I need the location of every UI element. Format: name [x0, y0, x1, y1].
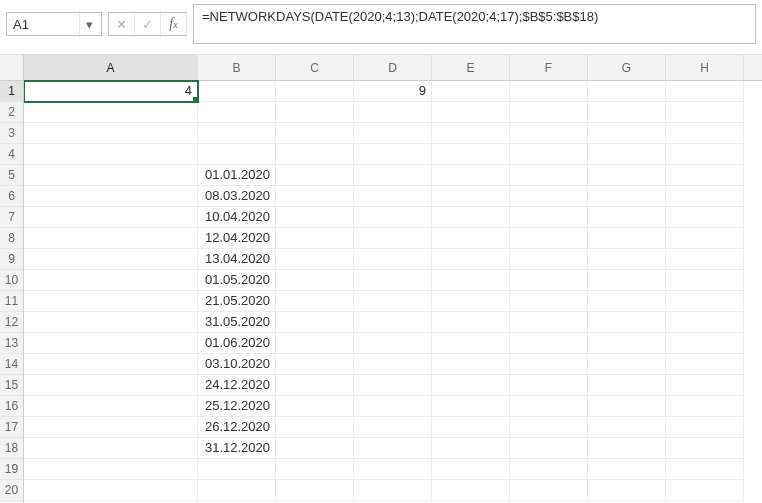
cell-b20[interactable] [198, 480, 276, 501]
cell-h4[interactable] [666, 144, 744, 165]
cell-c5[interactable] [276, 165, 354, 186]
cell-f1[interactable] [510, 81, 588, 102]
cell-d19[interactable] [354, 459, 432, 480]
cell-c6[interactable] [276, 186, 354, 207]
cell-f20[interactable] [510, 480, 588, 501]
cell-f10[interactable] [510, 270, 588, 291]
cell-g19[interactable] [588, 459, 666, 480]
name-box-dropdown[interactable]: ▾ [79, 13, 99, 35]
cell-h10[interactable] [666, 270, 744, 291]
cell-b17[interactable]: 26.12.2020 [198, 417, 276, 438]
cell-e12[interactable] [432, 312, 510, 333]
cell-c17[interactable] [276, 417, 354, 438]
cell-a11[interactable] [24, 291, 198, 312]
cell-g18[interactable] [588, 438, 666, 459]
cell-d17[interactable] [354, 417, 432, 438]
cell-h15[interactable] [666, 375, 744, 396]
cell-a2[interactable] [24, 102, 198, 123]
row-header-13[interactable]: 13 [0, 333, 23, 354]
cell-f19[interactable] [510, 459, 588, 480]
cell-d20[interactable] [354, 480, 432, 501]
row-header-20[interactable]: 20 [0, 480, 23, 501]
formula-input[interactable] [194, 5, 755, 28]
cell-e20[interactable] [432, 480, 510, 501]
cell-a1[interactable]: 4 [24, 81, 198, 102]
cell-a17[interactable] [24, 417, 198, 438]
cell-f14[interactable] [510, 354, 588, 375]
row-header-7[interactable]: 7 [0, 207, 23, 228]
cell-e11[interactable] [432, 291, 510, 312]
row-header-8[interactable]: 8 [0, 228, 23, 249]
name-box[interactable] [7, 17, 79, 32]
cancel-button[interactable]: ✕ [109, 13, 135, 35]
cell-h14[interactable] [666, 354, 744, 375]
cell-e3[interactable] [432, 123, 510, 144]
cell-d11[interactable] [354, 291, 432, 312]
cell-f15[interactable] [510, 375, 588, 396]
cell-a13[interactable] [24, 333, 198, 354]
column-header-f[interactable]: F [510, 55, 588, 80]
cell-h17[interactable] [666, 417, 744, 438]
row-header-5[interactable]: 5 [0, 165, 23, 186]
cell-e14[interactable] [432, 354, 510, 375]
cell-a4[interactable] [24, 144, 198, 165]
cell-b8[interactable]: 12.04.2020 [198, 228, 276, 249]
cell-d13[interactable] [354, 333, 432, 354]
cell-h13[interactable] [666, 333, 744, 354]
accept-button[interactable]: ✓ [135, 13, 161, 35]
cell-f2[interactable] [510, 102, 588, 123]
cell-d6[interactable] [354, 186, 432, 207]
cell-e6[interactable] [432, 186, 510, 207]
cell-b14[interactable]: 03.10.2020 [198, 354, 276, 375]
cell-h20[interactable] [666, 480, 744, 501]
cell-e1[interactable] [432, 81, 510, 102]
cell-g14[interactable] [588, 354, 666, 375]
cell-b13[interactable]: 01.06.2020 [198, 333, 276, 354]
cell-c13[interactable] [276, 333, 354, 354]
cell-h12[interactable] [666, 312, 744, 333]
cell-f18[interactable] [510, 438, 588, 459]
cell-e19[interactable] [432, 459, 510, 480]
cell-c16[interactable] [276, 396, 354, 417]
cell-a6[interactable] [24, 186, 198, 207]
row-header-4[interactable]: 4 [0, 144, 23, 165]
cell-d14[interactable] [354, 354, 432, 375]
row-header-10[interactable]: 10 [0, 270, 23, 291]
cell-f5[interactable] [510, 165, 588, 186]
cell-h1[interactable] [666, 81, 744, 102]
cell-f8[interactable] [510, 228, 588, 249]
cell-e7[interactable] [432, 207, 510, 228]
cell-d12[interactable] [354, 312, 432, 333]
row-header-1[interactable]: 1 [0, 81, 23, 102]
cell-e17[interactable] [432, 417, 510, 438]
row-header-18[interactable]: 18 [0, 438, 23, 459]
cell-b9[interactable]: 13.04.2020 [198, 249, 276, 270]
cell-d4[interactable] [354, 144, 432, 165]
row-header-12[interactable]: 12 [0, 312, 23, 333]
row-header-16[interactable]: 16 [0, 396, 23, 417]
cell-b12[interactable]: 31.05.2020 [198, 312, 276, 333]
cell-g3[interactable] [588, 123, 666, 144]
cell-h16[interactable] [666, 396, 744, 417]
cell-c12[interactable] [276, 312, 354, 333]
cell-g6[interactable] [588, 186, 666, 207]
cell-b18[interactable]: 31.12.2020 [198, 438, 276, 459]
cell-c18[interactable] [276, 438, 354, 459]
cell-h6[interactable] [666, 186, 744, 207]
row-header-9[interactable]: 9 [0, 249, 23, 270]
cell-e10[interactable] [432, 270, 510, 291]
cell-c10[interactable] [276, 270, 354, 291]
cell-e8[interactable] [432, 228, 510, 249]
cell-h2[interactable] [666, 102, 744, 123]
cell-e15[interactable] [432, 375, 510, 396]
row-header-2[interactable]: 2 [0, 102, 23, 123]
column-header-a[interactable]: A [24, 55, 198, 80]
row-header-6[interactable]: 6 [0, 186, 23, 207]
cell-a5[interactable] [24, 165, 198, 186]
cell-g12[interactable] [588, 312, 666, 333]
cell-f16[interactable] [510, 396, 588, 417]
cell-h5[interactable] [666, 165, 744, 186]
cell-c19[interactable] [276, 459, 354, 480]
cell-b15[interactable]: 24.12.2020 [198, 375, 276, 396]
cell-b6[interactable]: 08.03.2020 [198, 186, 276, 207]
